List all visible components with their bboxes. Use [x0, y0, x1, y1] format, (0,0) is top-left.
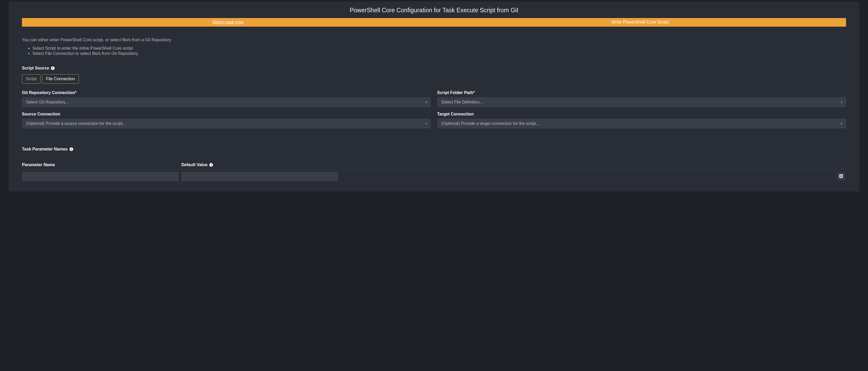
script-source-option-script[interactable]: Script [22, 74, 40, 84]
svg-rect-4 [71, 149, 71, 150]
wizard-tab-strip: Select task type Write PowerShell Core S… [22, 18, 846, 27]
param-default-input[interactable] [181, 172, 338, 181]
script-source-toggle-group: Script File Connection [22, 74, 846, 84]
intro-bullet: Select Script to enter the inline PowerS… [32, 46, 846, 51]
script-source-label-text: Script Source [22, 66, 49, 70]
git-repo-select[interactable]: Select Git Repository... [22, 97, 431, 107]
target-connection-label: Target Connection [437, 112, 846, 117]
svg-rect-7 [211, 164, 212, 166]
task-param-names-label: Task Parameter Names [22, 147, 846, 152]
info-icon[interactable] [209, 163, 213, 167]
source-connection-select[interactable]: (Optional) Provide a source connection f… [22, 119, 431, 128]
default-value-column-header: Default Value [181, 162, 338, 167]
page-title: PowerShell Core Configuration for Task E… [22, 7, 846, 14]
intro-bullets: Select Script to enter the inline PowerS… [32, 46, 846, 56]
script-folder-select[interactable]: Select File Definition... [437, 97, 846, 107]
default-value-column-text: Default Value [181, 162, 208, 167]
source-connection-label: Source Connection [22, 112, 431, 117]
param-name-column-header: Parameter Name [22, 162, 179, 167]
info-icon[interactable] [69, 147, 73, 151]
svg-rect-11 [840, 176, 842, 176]
tab-write-script[interactable]: Write PowerShell Core Script [434, 18, 846, 27]
config-panel: PowerShell Core Configuration for Task E… [9, 2, 859, 191]
task-param-names-label-text: Task Parameter Names [22, 147, 68, 152]
target-connection-select[interactable]: (Optional) Provide a target connection f… [437, 119, 846, 128]
git-repo-label: Git Repository Connection* [22, 90, 431, 95]
add-param-button[interactable] [837, 173, 845, 180]
info-icon[interactable] [51, 66, 55, 70]
script-source-label: Script Source [22, 66, 846, 70]
script-source-option-file-connection[interactable]: File Connection [42, 74, 79, 84]
plus-icon [839, 174, 843, 179]
script-folder-label: Script Folder Path* [437, 90, 846, 95]
svg-rect-1 [53, 68, 53, 69]
param-name-input[interactable] [22, 172, 179, 181]
svg-point-8 [211, 164, 211, 164]
intro-text: You can either enter PowerShell Core scr… [22, 38, 846, 42]
intro-bullet: Select File Connection to select file/s … [32, 51, 846, 56]
svg-point-2 [53, 67, 53, 68]
table-row [22, 172, 846, 181]
svg-point-5 [71, 148, 71, 149]
tab-select-task-type[interactable]: Select task type [22, 18, 434, 27]
